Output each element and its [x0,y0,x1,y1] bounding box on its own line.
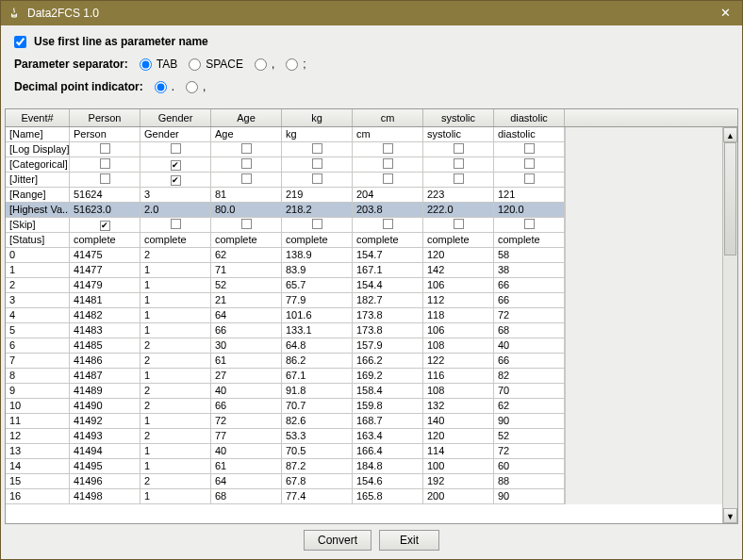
data-cell[interactable]: 41475 [70,248,140,263]
column-header[interactable]: kg [282,109,353,126]
data-cell[interactable]: 2 [140,399,211,414]
checkbox-cell[interactable] [494,173,565,188]
data-cell[interactable]: 1 [140,444,211,459]
column-header[interactable]: Age [211,109,282,126]
data-cell[interactable]: 166.4 [353,444,423,459]
data-cell[interactable]: 77 [211,429,282,444]
data-cell[interactable]: 41477 [70,263,140,278]
data-cell[interactable]: 64 [211,308,282,323]
data-row[interactable]: 144149516187.2184.810060 [6,459,722,474]
vertical-scrollbar[interactable]: ▲ ▼ [722,127,737,523]
data-cell[interactable]: 68 [494,323,565,338]
data-cell[interactable]: 41483 [70,323,140,338]
data-cell[interactable]: 140 [423,414,494,429]
meta-cell[interactable]: 3 [140,188,211,203]
data-cell[interactable]: 82.6 [282,414,353,429]
meta-cell[interactable]: cm [353,127,423,142]
event-cell[interactable]: 10 [6,399,70,414]
event-cell[interactable]: 1 [6,263,70,278]
event-cell[interactable]: 14 [6,459,70,474]
data-row[interactable]: 24147915265.7154.410666 [6,278,722,293]
data-cell[interactable]: 108 [423,384,494,399]
meta-cell[interactable]: complete [282,233,353,248]
event-cell[interactable]: 15 [6,474,70,489]
data-cell[interactable]: 2 [140,384,211,399]
data-cell[interactable]: 40 [211,384,282,399]
column-header[interactable]: Event# [6,109,70,126]
data-cell[interactable]: 2 [140,474,211,489]
data-cell[interactable]: 58 [494,248,565,263]
data-cell[interactable]: 106 [423,323,494,338]
checkbox-cell[interactable] [353,142,423,157]
checkbox-cell[interactable]: ✔ [140,173,211,188]
data-cell[interactable]: 71 [211,263,282,278]
checkbox-cell[interactable] [140,142,211,157]
meta-cell[interactable]: Person [70,127,140,142]
data-row[interactable]: 14147717183.9167.114238 [6,263,722,278]
data-cell[interactable]: 165.8 [353,489,423,504]
column-header[interactable]: systolic [423,109,494,126]
data-cell[interactable]: 1 [140,489,211,504]
event-cell[interactable]: 8 [6,369,70,384]
meta-cell[interactable]: complete [211,233,282,248]
event-cell[interactable]: 16 [6,489,70,504]
meta-cell[interactable]: Age [211,127,282,142]
data-row[interactable]: 84148712767.1169.211682 [6,369,722,384]
checkbox-cell[interactable] [353,157,423,173]
data-cell[interactable]: 41486 [70,354,140,369]
sep-semicolon-radio[interactable] [286,58,298,71]
data-cell[interactable]: 1 [140,278,211,293]
column-header[interactable]: cm [353,109,423,126]
data-cell[interactable]: 154.6 [353,474,423,489]
data-cell[interactable]: 72 [494,308,565,323]
column-header[interactable]: Gender [140,109,211,126]
checkbox-cell[interactable] [211,218,282,233]
dec-comma-radio[interactable] [186,81,198,93]
data-cell[interactable]: 41495 [70,459,140,474]
data-cell[interactable]: 21 [211,293,282,308]
data-cell[interactable]: 132 [423,399,494,414]
data-cell[interactable]: 53.3 [282,429,353,444]
meta-cell[interactable]: Gender [140,127,211,142]
meta-cell[interactable]: diastolic [494,127,565,142]
checkbox-cell[interactable] [353,218,423,233]
data-cell[interactable]: 154.7 [353,248,423,263]
data-cell[interactable]: 40 [211,444,282,459]
meta-cell[interactable]: complete [140,233,211,248]
data-cell[interactable]: 2 [140,429,211,444]
data-cell[interactable]: 2 [140,354,211,369]
data-cell[interactable]: 108 [423,338,494,354]
meta-cell[interactable]: 51624 [70,188,140,203]
data-cell[interactable]: 30 [211,338,282,354]
meta-cell[interactable]: 203.8 [353,203,423,218]
data-cell[interactable]: 41494 [70,444,140,459]
checkbox-cell[interactable] [282,173,353,188]
checkbox-cell[interactable] [70,157,140,173]
checkbox-cell[interactable]: ✔ [70,218,140,233]
event-cell[interactable]: 7 [6,354,70,369]
data-cell[interactable]: 72 [494,444,565,459]
sep-tab-radio[interactable] [140,58,152,71]
data-cell[interactable]: 40 [494,338,565,354]
checkbox-cell[interactable] [494,142,565,157]
data-cell[interactable]: 41490 [70,399,140,414]
data-row[interactable]: 94148924091.8158.410870 [6,384,722,399]
checkbox-cell[interactable] [282,157,353,173]
data-cell[interactable]: 27 [211,369,282,384]
meta-cell[interactable]: systolic [423,127,494,142]
data-cell[interactable]: 83.9 [282,263,353,278]
data-cell[interactable]: 70.7 [282,399,353,414]
data-cell[interactable]: 41481 [70,293,140,308]
checkbox-cell[interactable] [70,142,140,157]
data-cell[interactable]: 2 [140,338,211,354]
data-cell[interactable]: 70 [494,384,565,399]
checkbox-cell[interactable] [211,173,282,188]
dec-dot-radio[interactable] [155,81,167,93]
event-cell[interactable]: 13 [6,444,70,459]
data-row[interactable]: 124149327753.3163.412052 [6,429,722,444]
data-cell[interactable]: 173.8 [353,323,423,338]
data-cell[interactable]: 118 [423,308,494,323]
data-row[interactable]: 441482164101.6173.811872 [6,308,722,323]
data-cell[interactable]: 70.5 [282,444,353,459]
data-cell[interactable]: 184.8 [353,459,423,474]
